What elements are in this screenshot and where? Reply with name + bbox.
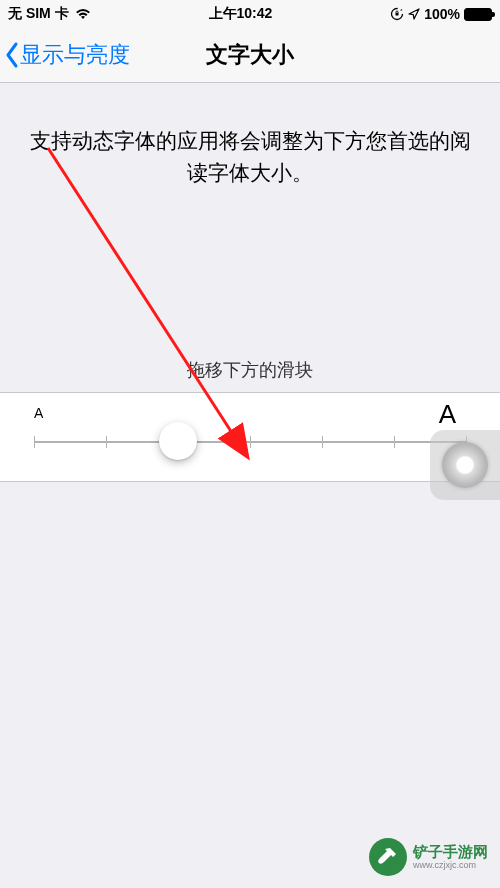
slider-tick [322,436,323,448]
slider-tick [394,436,395,448]
slider-track[interactable] [34,441,466,443]
status-bar: 无 SIM 卡 上午10:42 100% [0,0,500,28]
watermark-badge: 铲子手游网 www.czjxjc.com [369,838,488,876]
slider-tick [106,436,107,448]
slider-tick [250,436,251,448]
watermark-name: 铲子手游网 [413,843,488,860]
description-text: 支持动态字体的应用将会调整为下方您首选的阅读字体大小。 [0,83,500,188]
shovel-icon [369,838,407,876]
assistive-touch-icon [442,442,488,488]
battery-pct: 100% [424,6,460,22]
assistive-touch-button[interactable] [430,430,500,500]
slider-tick [34,436,35,448]
big-a-label: A [439,399,456,430]
rotation-lock-icon [390,7,404,21]
wifi-icon [75,8,91,20]
slider-thumb[interactable] [159,422,197,460]
text-size-slider-panel: A A [0,392,500,482]
battery-icon [464,8,492,21]
location-icon [408,8,420,20]
nav-bar: 显示与亮度 文字大小 [0,28,500,83]
svg-rect-1 [396,13,399,16]
carrier-text: 无 SIM 卡 [8,5,69,23]
clock-text: 上午10:42 [209,5,273,23]
small-a-label: A [34,405,43,421]
drag-hint-text: 拖移下方的滑块 [0,358,500,382]
page-title: 文字大小 [0,40,500,70]
watermark-url: www.czjxjc.com [413,860,488,870]
